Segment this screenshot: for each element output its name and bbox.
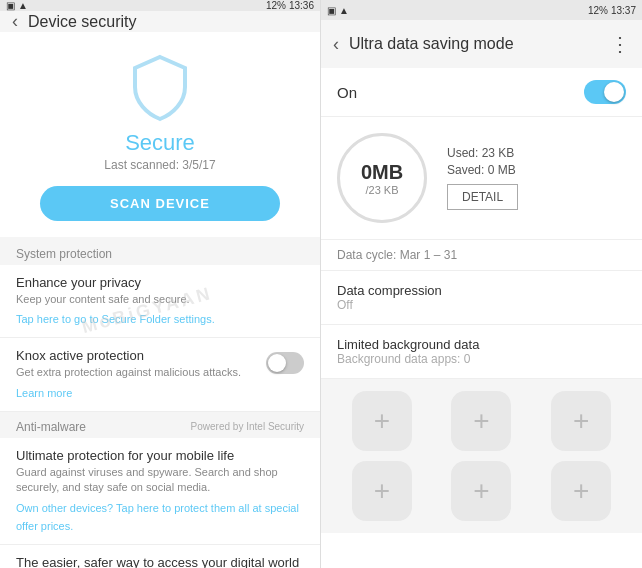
left-status-bar: ▣ ▲ 12% 13:36 (0, 0, 320, 11)
on-row: On (321, 68, 642, 117)
wifi-icon: ▲ (18, 0, 28, 11)
enhance-privacy-desc: Keep your content safe and secure. (16, 292, 304, 307)
right-panel: ▣ ▲ 12% 13:37 ‹ Ultra data saving mode ⋮… (321, 0, 642, 568)
knox-protection-row: Knox active protection Get extra protect… (16, 348, 304, 400)
ultimate-protection-desc: Guard against viruses and spyware. Searc… (16, 465, 304, 496)
right-battery-text: 12% (588, 5, 608, 16)
right-status-right: 12% 13:37 (588, 5, 636, 16)
anti-malware-section-label: Anti-malware Powered by Intel Security (0, 412, 320, 438)
right-top-left: ‹ Ultra data saving mode (333, 34, 514, 55)
right-back-button[interactable]: ‹ (333, 34, 339, 55)
left-battery-text: 12% (266, 0, 286, 11)
meter-info: Used: 23 KB Saved: 0 MB DETAIL (447, 146, 626, 210)
knox-protection-title: Knox active protection (16, 348, 266, 363)
left-panel: ▣ ▲ 12% 13:36 ‹ Device security Secure L… (0, 0, 321, 568)
meter-saved: Saved: 0 MB (447, 163, 626, 177)
detail-button[interactable]: DETAIL (447, 184, 518, 210)
left-time: 13:36 (289, 0, 314, 11)
data-circle-meter: 0MB /23 KB (337, 133, 427, 223)
meter-sub: /23 KB (365, 184, 398, 196)
limited-bg-sub: Background data apps: 0 (337, 352, 626, 366)
knox-learn-more-link[interactable]: Learn more (16, 387, 72, 399)
enhance-privacy-title: Enhance your privacy (16, 275, 304, 290)
knox-toggle[interactable] (266, 352, 304, 374)
knox-protection-desc: Get extra protection against malicious a… (16, 365, 266, 380)
left-top-bar: ‹ Device security (0, 11, 320, 32)
secure-section: Secure Last scanned: 3/5/17 SCAN DEVICE (0, 32, 320, 237)
right-sim-icon: ▣ (327, 5, 336, 16)
left-status-right: 12% 13:36 (266, 0, 314, 11)
right-time: 13:37 (611, 5, 636, 16)
knox-protection-content: Knox active protection Get extra protect… (16, 348, 266, 400)
anti-malware-label: Anti-malware (16, 420, 86, 434)
meter-used: Used: 23 KB (447, 146, 626, 160)
limited-bg-title: Limited background data (337, 337, 626, 352)
app-slot-4[interactable]: + (352, 461, 412, 521)
on-toggle[interactable] (584, 80, 626, 104)
app-slot-5[interactable]: + (451, 461, 511, 521)
right-top-bar: ‹ Ultra data saving mode ⋮ (321, 20, 642, 68)
data-meter-section: 0MB /23 KB Used: 23 KB Saved: 0 MB DETAI… (321, 117, 642, 240)
app-slot-2[interactable]: + (451, 391, 511, 451)
last-scanned: Last scanned: 3/5/17 (104, 158, 215, 172)
right-status-bar: ▣ ▲ 12% 13:37 (321, 0, 642, 20)
data-cycle-label: Data cycle: Mar 1 – 31 (321, 240, 642, 271)
kebab-menu-icon[interactable]: ⋮ (610, 32, 630, 56)
ultimate-protection-link[interactable]: Own other devices? Tap here to protect t… (16, 502, 299, 532)
right-wifi-icon: ▲ (339, 5, 349, 16)
right-page-title: Ultra data saving mode (349, 35, 514, 53)
system-protection-label: System protection (0, 237, 320, 265)
left-page-title: Device security (28, 13, 136, 31)
enhance-privacy-link[interactable]: Tap here to go to Secure Folder settings… (16, 313, 215, 325)
easier-safer-title: The easier, safer way to access your dig… (16, 555, 304, 568)
powered-by-label: Powered by Intel Security (191, 421, 304, 432)
app-slot-3[interactable]: + (551, 391, 611, 451)
data-compression-sub: Off (337, 298, 626, 312)
shield-icon (125, 52, 195, 122)
left-back-button[interactable]: ‹ (12, 11, 18, 32)
data-compression-title: Data compression (337, 283, 626, 298)
ultimate-protection-item: Ultimate protection for your mobile life… (0, 438, 320, 545)
data-compression-item[interactable]: Data compression Off (321, 271, 642, 325)
app-grid: + + + + + + (321, 379, 642, 533)
limited-bg-data-section: Limited background data Background data … (321, 325, 642, 379)
right-status-left: ▣ ▲ (327, 5, 349, 16)
secure-status: Secure (125, 130, 195, 156)
easier-safer-item: The easier, safer way to access your dig… (0, 545, 320, 568)
sim-icon: ▣ (6, 0, 15, 11)
meter-value: 0MB (361, 161, 403, 184)
on-label: On (337, 84, 357, 101)
left-status-left: ▣ ▲ (6, 0, 28, 11)
knox-protection-item: Knox active protection Get extra protect… (0, 338, 320, 411)
scan-device-button[interactable]: SCAN DEVICE (40, 186, 280, 221)
enhance-privacy-item: Enhance your privacy Keep your content s… (0, 265, 320, 338)
app-slot-1[interactable]: + (352, 391, 412, 451)
app-slot-6[interactable]: + (551, 461, 611, 521)
ultimate-protection-title: Ultimate protection for your mobile life (16, 448, 304, 463)
